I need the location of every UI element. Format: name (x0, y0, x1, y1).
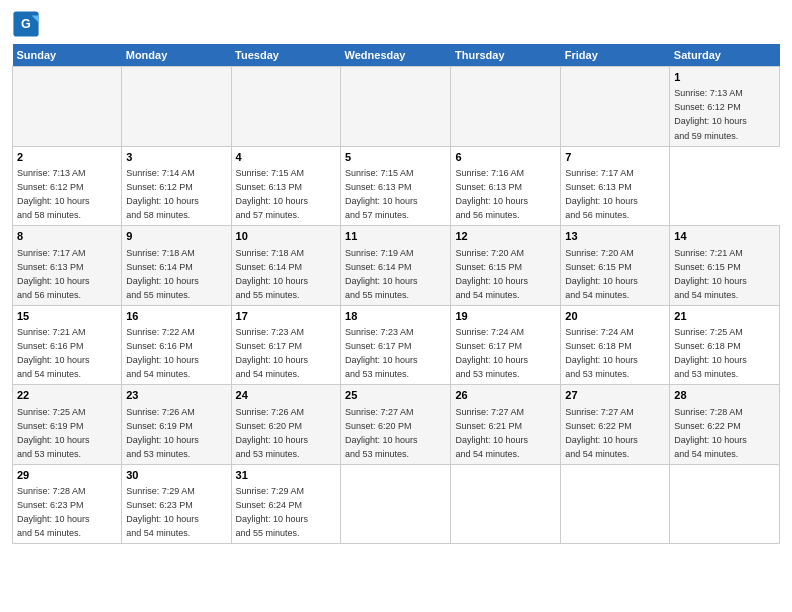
day-info: Sunrise: 7:25 AMSunset: 6:19 PMDaylight:… (17, 407, 90, 459)
day-info: Sunrise: 7:16 AMSunset: 6:13 PMDaylight:… (455, 168, 528, 220)
day-cell-27: 27Sunrise: 7:27 AMSunset: 6:22 PMDayligh… (561, 385, 670, 465)
day-info: Sunrise: 7:23 AMSunset: 6:17 PMDaylight:… (345, 327, 418, 379)
day-cell-29: 29Sunrise: 7:28 AMSunset: 6:23 PMDayligh… (13, 464, 122, 544)
logo: G (12, 10, 42, 38)
day-info: Sunrise: 7:24 AMSunset: 6:17 PMDaylight:… (455, 327, 528, 379)
day-header-tuesday: Tuesday (231, 44, 340, 67)
day-info: Sunrise: 7:18 AMSunset: 6:14 PMDaylight:… (236, 248, 309, 300)
day-cell-11: 11Sunrise: 7:19 AMSunset: 6:14 PMDayligh… (341, 226, 451, 306)
day-info: Sunrise: 7:19 AMSunset: 6:14 PMDaylight:… (345, 248, 418, 300)
day-info: Sunrise: 7:28 AMSunset: 6:23 PMDaylight:… (17, 486, 90, 538)
empty-cell (451, 67, 561, 147)
day-info: Sunrise: 7:28 AMSunset: 6:22 PMDaylight:… (674, 407, 747, 459)
day-number: 25 (345, 388, 446, 403)
day-info: Sunrise: 7:13 AMSunset: 6:12 PMDaylight:… (17, 168, 90, 220)
day-cell-30: 30Sunrise: 7:29 AMSunset: 6:23 PMDayligh… (122, 464, 231, 544)
day-number: 26 (455, 388, 556, 403)
day-info: Sunrise: 7:24 AMSunset: 6:18 PMDaylight:… (565, 327, 638, 379)
day-number: 7 (565, 150, 665, 165)
week-row-4: 15Sunrise: 7:21 AMSunset: 6:16 PMDayligh… (13, 305, 780, 385)
day-number: 10 (236, 229, 336, 244)
day-number: 21 (674, 309, 775, 324)
day-cell-20: 20Sunrise: 7:24 AMSunset: 6:18 PMDayligh… (561, 305, 670, 385)
day-info: Sunrise: 7:26 AMSunset: 6:19 PMDaylight:… (126, 407, 199, 459)
day-cell-17: 17Sunrise: 7:23 AMSunset: 6:17 PMDayligh… (231, 305, 340, 385)
day-number: 11 (345, 229, 446, 244)
day-info: Sunrise: 7:18 AMSunset: 6:14 PMDaylight:… (126, 248, 199, 300)
day-number: 23 (126, 388, 226, 403)
day-cell-18: 18Sunrise: 7:23 AMSunset: 6:17 PMDayligh… (341, 305, 451, 385)
day-number: 9 (126, 229, 226, 244)
week-row-5: 22Sunrise: 7:25 AMSunset: 6:19 PMDayligh… (13, 385, 780, 465)
day-info: Sunrise: 7:21 AMSunset: 6:16 PMDaylight:… (17, 327, 90, 379)
day-header-sunday: Sunday (13, 44, 122, 67)
day-number: 28 (674, 388, 775, 403)
day-cell-4: 4Sunrise: 7:15 AMSunset: 6:13 PMDaylight… (231, 146, 340, 226)
day-info: Sunrise: 7:15 AMSunset: 6:13 PMDaylight:… (345, 168, 418, 220)
day-number: 20 (565, 309, 665, 324)
day-number: 2 (17, 150, 117, 165)
header: G (12, 10, 780, 38)
week-row-1: 1Sunrise: 7:13 AMSunset: 6:12 PMDaylight… (13, 67, 780, 147)
week-row-3: 8Sunrise: 7:17 AMSunset: 6:13 PMDaylight… (13, 226, 780, 306)
day-number: 22 (17, 388, 117, 403)
logo-icon: G (12, 10, 40, 38)
day-number: 16 (126, 309, 226, 324)
day-info: Sunrise: 7:25 AMSunset: 6:18 PMDaylight:… (674, 327, 747, 379)
day-number: 31 (236, 468, 336, 483)
empty-cell (451, 464, 561, 544)
day-number: 4 (236, 150, 336, 165)
day-number: 5 (345, 150, 446, 165)
empty-cell (670, 464, 780, 544)
day-info: Sunrise: 7:15 AMSunset: 6:13 PMDaylight:… (236, 168, 309, 220)
day-cell-5: 5Sunrise: 7:15 AMSunset: 6:13 PMDaylight… (341, 146, 451, 226)
day-number: 29 (17, 468, 117, 483)
day-cell-16: 16Sunrise: 7:22 AMSunset: 6:16 PMDayligh… (122, 305, 231, 385)
day-info: Sunrise: 7:20 AMSunset: 6:15 PMDaylight:… (455, 248, 528, 300)
day-number: 3 (126, 150, 226, 165)
day-cell-6: 6Sunrise: 7:16 AMSunset: 6:13 PMDaylight… (451, 146, 561, 226)
day-number: 30 (126, 468, 226, 483)
day-info: Sunrise: 7:27 AMSunset: 6:20 PMDaylight:… (345, 407, 418, 459)
day-info: Sunrise: 7:20 AMSunset: 6:15 PMDaylight:… (565, 248, 638, 300)
day-cell-26: 26Sunrise: 7:27 AMSunset: 6:21 PMDayligh… (451, 385, 561, 465)
day-info: Sunrise: 7:29 AMSunset: 6:23 PMDaylight:… (126, 486, 199, 538)
day-header-thursday: Thursday (451, 44, 561, 67)
day-info: Sunrise: 7:27 AMSunset: 6:21 PMDaylight:… (455, 407, 528, 459)
week-row-6: 29Sunrise: 7:28 AMSunset: 6:23 PMDayligh… (13, 464, 780, 544)
day-info: Sunrise: 7:17 AMSunset: 6:13 PMDaylight:… (565, 168, 638, 220)
day-number: 17 (236, 309, 336, 324)
day-info: Sunrise: 7:27 AMSunset: 6:22 PMDaylight:… (565, 407, 638, 459)
svg-text:G: G (21, 17, 31, 31)
day-cell-24: 24Sunrise: 7:26 AMSunset: 6:20 PMDayligh… (231, 385, 340, 465)
day-cell-15: 15Sunrise: 7:21 AMSunset: 6:16 PMDayligh… (13, 305, 122, 385)
day-number: 24 (236, 388, 336, 403)
day-cell-25: 25Sunrise: 7:27 AMSunset: 6:20 PMDayligh… (341, 385, 451, 465)
empty-cell (341, 464, 451, 544)
day-cell-28: 28Sunrise: 7:28 AMSunset: 6:22 PMDayligh… (670, 385, 780, 465)
day-cell-23: 23Sunrise: 7:26 AMSunset: 6:19 PMDayligh… (122, 385, 231, 465)
day-number: 19 (455, 309, 556, 324)
day-cell-10: 10Sunrise: 7:18 AMSunset: 6:14 PMDayligh… (231, 226, 340, 306)
day-number: 13 (565, 229, 665, 244)
day-info: Sunrise: 7:21 AMSunset: 6:15 PMDaylight:… (674, 248, 747, 300)
day-cell-2: 2Sunrise: 7:13 AMSunset: 6:12 PMDaylight… (13, 146, 122, 226)
empty-cell (561, 67, 670, 147)
day-cell-21: 21Sunrise: 7:25 AMSunset: 6:18 PMDayligh… (670, 305, 780, 385)
day-cell-9: 9Sunrise: 7:18 AMSunset: 6:14 PMDaylight… (122, 226, 231, 306)
calendar-body: 1Sunrise: 7:13 AMSunset: 6:12 PMDaylight… (13, 67, 780, 544)
day-number: 15 (17, 309, 117, 324)
day-number: 18 (345, 309, 446, 324)
day-info: Sunrise: 7:14 AMSunset: 6:12 PMDaylight:… (126, 168, 199, 220)
day-header-monday: Monday (122, 44, 231, 67)
day-cell-31: 31Sunrise: 7:29 AMSunset: 6:24 PMDayligh… (231, 464, 340, 544)
empty-cell (561, 464, 670, 544)
day-cell-13: 13Sunrise: 7:20 AMSunset: 6:15 PMDayligh… (561, 226, 670, 306)
day-cell-14: 14Sunrise: 7:21 AMSunset: 6:15 PMDayligh… (670, 226, 780, 306)
day-header-saturday: Saturday (670, 44, 780, 67)
day-number: 8 (17, 229, 117, 244)
day-cell: 1Sunrise: 7:13 AMSunset: 6:12 PMDaylight… (670, 67, 780, 147)
day-info: Sunrise: 7:29 AMSunset: 6:24 PMDaylight:… (236, 486, 309, 538)
day-info: Sunrise: 7:23 AMSunset: 6:17 PMDaylight:… (236, 327, 309, 379)
day-cell-22: 22Sunrise: 7:25 AMSunset: 6:19 PMDayligh… (13, 385, 122, 465)
